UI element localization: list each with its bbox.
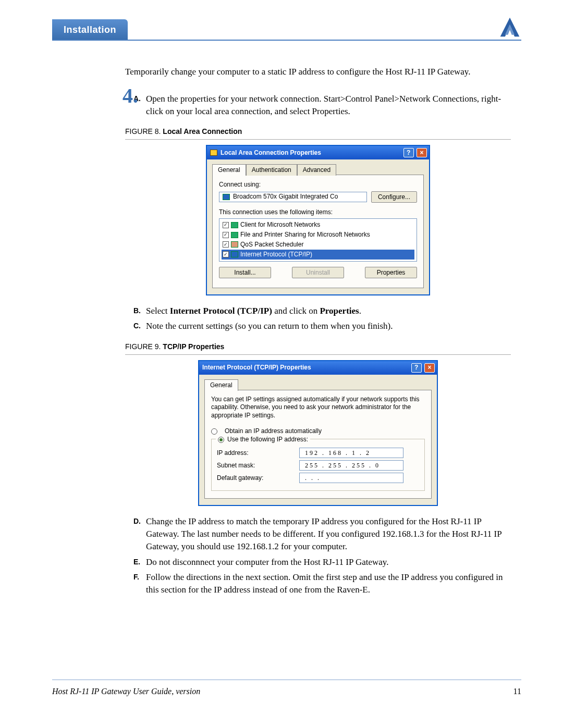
step-number: 4. bbox=[123, 83, 138, 108]
footer-rule bbox=[52, 680, 521, 680]
list-item-selected[interactable]: ✓Internet Protocol (TCP/IP) bbox=[222, 250, 414, 260]
substep-text: Note the current settings (so you can re… bbox=[146, 320, 511, 332]
page-number: 11 bbox=[513, 687, 521, 696]
local-area-connection-dialog: Local Area Connection Properties ? × Gen… bbox=[206, 145, 430, 295]
subnet-mask-field[interactable]: 255 . 255 . 255 . 0 bbox=[299, 460, 403, 471]
step-intro: Temporarily change your computer to a st… bbox=[125, 66, 511, 78]
substep-letter: F. bbox=[133, 571, 146, 596]
substep-e: E. Do not disconnnect your computer from… bbox=[133, 556, 511, 569]
ip-address-label: IP address: bbox=[217, 449, 295, 458]
list-item[interactable]: ✓File and Printer Sharing for Microsoft … bbox=[222, 230, 414, 240]
substep-c: C. Note the current settings (so you can… bbox=[133, 320, 511, 332]
radio-obtain-auto[interactable]: Obtain an IP address automatically bbox=[211, 427, 425, 436]
substep-f: F. Follow the directions in the next sec… bbox=[133, 571, 511, 596]
substep-letter: C. bbox=[133, 320, 146, 332]
figure-8-caption: FIGURE 8. Local Area Connection bbox=[125, 127, 511, 140]
adapter-icon bbox=[223, 194, 230, 200]
radio-use-following[interactable]: Use the following IP address: bbox=[216, 435, 310, 444]
page-footer: Host RJ-11 IP Gateway User Guide, versio… bbox=[52, 687, 521, 696]
default-gateway-field[interactable]: . . . bbox=[299, 473, 403, 483]
page-header: Installation bbox=[52, 16, 521, 41]
company-logo-icon bbox=[498, 16, 521, 39]
list-item[interactable]: ✓QoS Packet Scheduler bbox=[222, 240, 414, 250]
substep-text: Follow the directions in the next sectio… bbox=[146, 571, 511, 596]
tab-advanced[interactable]: Advanced bbox=[297, 164, 336, 176]
substep-d: D. Change the IP address to match the te… bbox=[133, 515, 511, 552]
tab-general[interactable]: General bbox=[212, 164, 246, 176]
connect-using-label: Connect using: bbox=[219, 180, 417, 189]
substep-a: A. Open the properties for your network … bbox=[133, 93, 511, 118]
items-label: This connection uses the following items… bbox=[219, 208, 417, 217]
figure-9-caption: FIGURE 9. TCP/IP Properties bbox=[125, 342, 511, 355]
network-icon bbox=[210, 150, 217, 156]
substep-letter: B. bbox=[133, 305, 146, 317]
default-gateway-label: Default gateway: bbox=[217, 474, 295, 483]
list-item[interactable]: ✓Client for Microsoft Networks bbox=[222, 220, 414, 230]
uninstall-button: Uninstall bbox=[292, 267, 344, 278]
section-title-tab: Installation bbox=[52, 19, 128, 40]
tab-strip: General Authentication Advanced bbox=[212, 164, 424, 175]
dialog-titlebar[interactable]: Internet Protocol (TCP/IP) Properties ? … bbox=[199, 361, 437, 375]
tab-strip: General bbox=[204, 379, 432, 390]
tab-general[interactable]: General bbox=[204, 379, 238, 391]
dialog-title: Local Area Connection Properties bbox=[221, 149, 321, 157]
properties-button[interactable]: Properties bbox=[365, 267, 417, 278]
dialog-titlebar[interactable]: Local Area Connection Properties ? × bbox=[207, 146, 429, 159]
substep-text: Do not disconnnect your computer from th… bbox=[146, 556, 511, 569]
adapter-field[interactable]: Broadcom 570x Gigabit Integrated Co bbox=[219, 192, 367, 202]
ip-address-field[interactable]: 192 . 168 . 1 . 2 bbox=[299, 448, 403, 458]
substep-b: B. Select Internet Protocol (TCP/IP) and… bbox=[133, 305, 511, 317]
help-button[interactable]: ? bbox=[411, 363, 422, 373]
substep-text: Open the properties for your network con… bbox=[146, 93, 511, 118]
close-button[interactable]: × bbox=[417, 148, 427, 157]
dialog-title: Internet Protocol (TCP/IP) Properties bbox=[202, 363, 311, 372]
connection-items-list[interactable]: ✓Client for Microsoft Networks ✓File and… bbox=[219, 218, 417, 261]
substep-letter: D. bbox=[133, 515, 146, 552]
tcpip-description: You can get IP settings assigned automat… bbox=[211, 396, 425, 420]
substep-text: Select Internet Protocol (TCP/IP) and cl… bbox=[146, 305, 511, 317]
tab-authentication[interactable]: Authentication bbox=[246, 164, 297, 176]
configure-button[interactable]: Configure... bbox=[371, 191, 417, 203]
help-button[interactable]: ? bbox=[403, 148, 414, 157]
substep-text: Change the IP address to match the tempo… bbox=[146, 515, 511, 552]
tcpip-properties-dialog: Internet Protocol (TCP/IP) Properties ? … bbox=[198, 360, 438, 506]
substep-letter: E. bbox=[133, 556, 146, 569]
footer-guide-title: Host RJ-11 IP Gateway User Guide, versio… bbox=[52, 687, 200, 696]
subnet-mask-label: Subnet mask: bbox=[217, 461, 295, 470]
install-button[interactable]: Install... bbox=[219, 267, 271, 278]
close-button[interactable]: × bbox=[424, 363, 435, 373]
